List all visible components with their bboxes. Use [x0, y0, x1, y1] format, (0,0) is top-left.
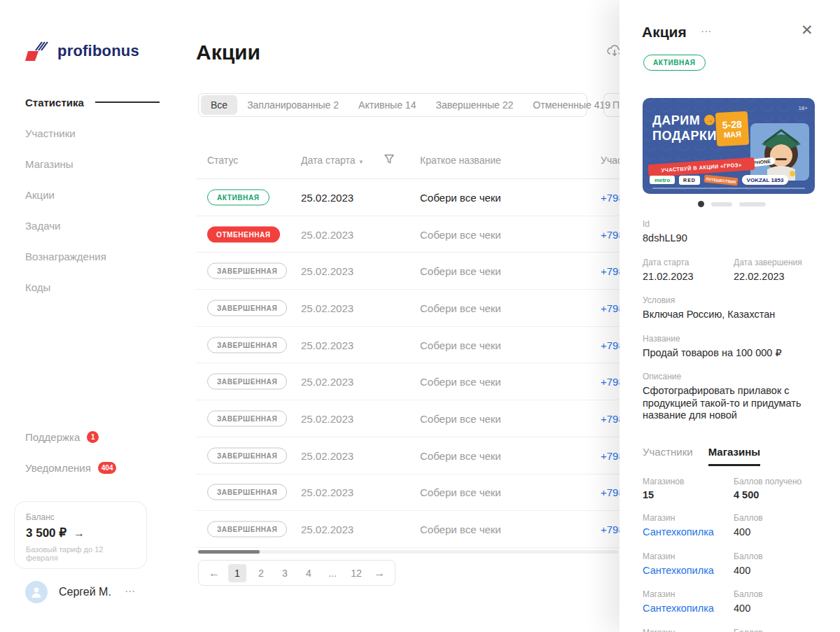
sidebar-nav-item[interactable]: Магазины	[25, 148, 160, 179]
promo-fine-print	[652, 188, 805, 189]
cell-short-name: Собери все чеки	[420, 412, 501, 424]
user-menu-icon[interactable]: ⋯	[125, 585, 136, 598]
balance-card[interactable]: Баланс 3 500 ₽ → Базовый тариф до 12 фев…	[14, 501, 147, 569]
horizontal-scrollbar-thumb[interactable]	[198, 550, 260, 554]
carousel-dot[interactable]	[711, 202, 732, 206]
column-name: Краткое название	[420, 155, 501, 166]
promo-text-1: ДАРИМ	[652, 113, 700, 128]
stat-shops-label: Магазинов	[643, 477, 684, 486]
cell-start-date: 25.02.2023	[301, 486, 354, 498]
panel-tab[interactable]: Участники	[643, 446, 693, 466]
filter-tab[interactable]: Завершенные 22	[426, 95, 523, 115]
promo-age-restriction: 18+	[798, 105, 808, 111]
shop-list-item: Магазин Сантехкопилка Баллов 400	[643, 547, 819, 586]
shop-name-link[interactable]: Сантехкопилка	[643, 603, 714, 614]
table-row[interactable]: АКТИВНАЯ 25.02.2023 Собери все чеки +798	[196, 179, 630, 216]
sidebar-item-notifications[interactable]: Уведомления 404	[25, 462, 116, 474]
shop-points-label-partial: Баллов	[734, 628, 763, 632]
logo-icon	[25, 39, 50, 63]
cell-short-name: Собери все чеки	[420, 524, 501, 535]
field-description-value: Сфотографировать прилавок с продукцией т…	[643, 385, 819, 422]
pagination-page[interactable]: 2	[252, 564, 270, 582]
cell-start-date: 25.02.2023	[301, 412, 354, 424]
shop-points-value: 400	[734, 603, 750, 614]
column-date[interactable]: Дата старта▾	[301, 155, 363, 166]
filter-tab[interactable]: Все	[201, 95, 237, 115]
table-row[interactable]: ЗАВЕРШЕННАЯ 25.02.2023 Собери все чеки +…	[196, 253, 630, 290]
sidebar-nav-item[interactable]: Статистика	[25, 87, 160, 118]
table-row[interactable]: ЗАВЕРШЕННАЯ 25.02.2023 Собери все чеки +…	[196, 437, 630, 475]
status-badge: ЗАВЕРШЕННАЯ	[207, 484, 287, 500]
status-badge: ОТМЕНЕННАЯ	[207, 226, 280, 242]
panel-tab[interactable]: Магазины	[708, 446, 760, 466]
pagination-page[interactable]: 12	[347, 564, 365, 582]
cell-start-date: 25.02.2023	[301, 339, 354, 351]
cell-start-date: 25.02.2023	[301, 449, 354, 461]
pagination: ← 1234...12 →	[198, 560, 396, 586]
arrow-right-icon: →	[74, 527, 85, 540]
promotions-table: АКТИВНАЯ 25.02.2023 Собери все чеки +798…	[196, 179, 630, 548]
filter-tabs: Все Запланированные 2 Активные 14 Заверш…	[198, 93, 587, 117]
carousel-dot-active[interactable]	[698, 201, 704, 207]
pagination-page[interactable]: 4	[300, 564, 318, 582]
pagination-page[interactable]: 3	[276, 564, 294, 582]
avatar	[25, 581, 48, 603]
shop-points-label: Баллов	[734, 513, 763, 523]
table-row[interactable]: ЗАВЕРШЕННАЯ 25.02.2023 Собери все чеки +…	[196, 475, 630, 512]
cell-start-date: 25.02.2023	[301, 524, 354, 535]
promo-ribbon: УЧАСТВУЙ В АКЦИИ «ГРОЗ»	[648, 157, 755, 178]
pagination-page[interactable]: ...	[323, 564, 342, 582]
promo-text-2: ПОДАРКИ	[652, 129, 717, 143]
pagination-page[interactable]: 1	[228, 564, 246, 582]
logo-text: profibonus	[57, 42, 139, 60]
pagination-prev-icon[interactable]: ←	[209, 567, 220, 580]
sidebar-nav-item[interactable]: Коды	[25, 272, 160, 302]
shop-name-link[interactable]: Сантехкопилка	[643, 526, 714, 538]
filter-tab[interactable]: Запланированные 2	[237, 95, 349, 115]
filter-tab[interactable]: Активные 14	[349, 95, 426, 115]
promo-banner-image[interactable]: ДАРИМ ПОДАРКИ → 5-28 МАЯ 18+ PHONE	[643, 98, 815, 194]
table-row[interactable]: ЗАВЕРШЕННАЯ 25.02.2023 Собери все чеки +…	[196, 400, 630, 437]
sidebar: profibonus Статистика Участники Магазины…	[0, 0, 183, 632]
filter-funnel-icon[interactable]	[384, 153, 395, 165]
table-row[interactable]: ЗАВЕРШЕННАЯ 25.02.2023 Собери все чеки +…	[196, 290, 630, 327]
balance-note: Базовый тариф до 12 февраля	[26, 545, 135, 562]
panel-menu-icon[interactable]: ⋯	[701, 25, 713, 38]
column-status: Статус	[207, 155, 238, 166]
carousel-dot[interactable]	[739, 202, 766, 206]
table-row[interactable]: ЗАВЕРШЕННАЯ 25.02.2023 Собери все чеки +…	[196, 363, 630, 400]
user-row[interactable]: Сергей М. ⋯	[25, 581, 137, 603]
field-start-value: 21.02.2023	[643, 271, 694, 282]
shop-points-value: 400	[734, 565, 750, 576]
field-start-label: Дата старта	[643, 258, 689, 267]
shop-name-link[interactable]: Сантехкопилка	[643, 565, 714, 576]
horizontal-scrollbar-track[interactable]	[198, 550, 618, 554]
cell-short-name: Собери все чеки	[420, 265, 501, 277]
sidebar-nav-item[interactable]: Участники	[25, 118, 160, 148]
pagination-next-icon[interactable]: →	[374, 567, 385, 580]
sidebar-nav-item[interactable]: Вознаграждения	[25, 241, 160, 272]
main-content: Акции Все Запланированные 2 Активные 14 …	[196, 0, 630, 632]
sidebar-nav-label: Вознаграждения	[25, 251, 106, 262]
shop-label: Магазин	[643, 552, 675, 561]
cell-short-name: Собери все чеки	[420, 376, 501, 388]
table-row[interactable]: ЗАВЕРШЕННАЯ 25.02.2023 Собери все чеки +…	[196, 511, 630, 548]
app-root: profibonus Статистика Участники Магазины…	[0, 0, 840, 632]
field-conditions-label: Условия	[643, 295, 675, 305]
sidebar-item-support[interactable]: Поддержка 1	[25, 431, 99, 443]
field-id-value: 8dshLL90	[643, 232, 687, 244]
balance-label: Баланс	[26, 512, 135, 522]
sidebar-nav-item[interactable]: Акции	[25, 179, 160, 210]
cell-short-name: Собери все чеки	[420, 191, 501, 203]
table-row[interactable]: ЗАВЕРШЕННАЯ 25.02.2023 Собери все чеки +…	[196, 327, 630, 364]
sidebar-nav-label: Магазины	[25, 158, 74, 170]
table-row[interactable]: ОТМЕНЕННАЯ 25.02.2023 Собери все чеки +7…	[196, 216, 630, 253]
filter-tab-label: Завершенные 22	[435, 99, 513, 111]
sidebar-nav-item[interactable]: Задачи	[25, 210, 160, 241]
stat-shops-value: 15	[643, 489, 654, 500]
sidebar-nav-label: Коды	[25, 281, 50, 293]
logo[interactable]: profibonus	[25, 39, 139, 63]
close-icon[interactable]: ✕	[801, 22, 813, 37]
field-name-value: Продай товаров на 100 000 ₽	[643, 347, 782, 358]
panel-tabs: УчастникиМагазины	[643, 446, 760, 466]
